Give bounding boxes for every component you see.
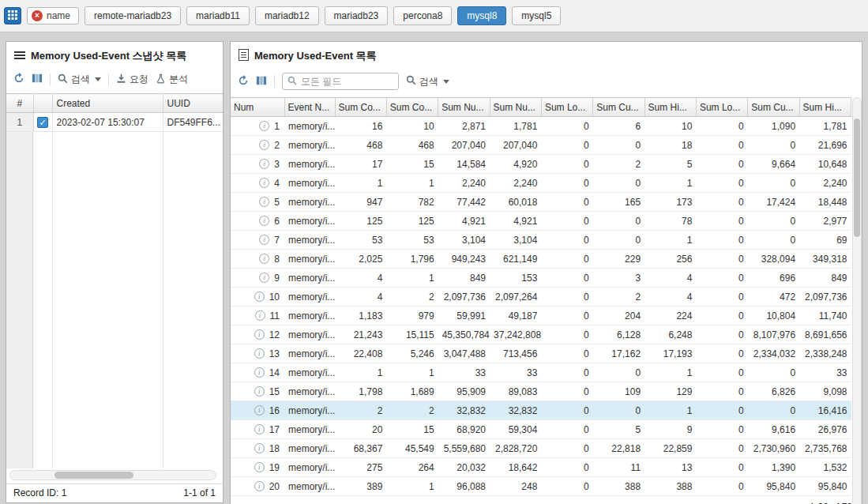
info-icon[interactable]: i xyxy=(254,424,265,434)
metric-value-cell: 17,424 xyxy=(748,193,799,212)
analyze-label: 분석 xyxy=(169,73,188,86)
column-header[interactable]: Sum Nu... xyxy=(438,98,490,117)
event-row[interactable]: i12memory/i...21,24315,11545,350,78437,2… xyxy=(231,325,851,344)
info-icon[interactable]: i xyxy=(259,178,269,188)
event-row[interactable]: i2memory/i...468468207,040207,0400018002… xyxy=(231,136,851,155)
event-row[interactable]: i8memory/i...2,0251,796949,243621,149022… xyxy=(231,250,851,269)
column-header[interactable]: Sum Cu... xyxy=(748,98,799,117)
info-icon[interactable]: i xyxy=(259,159,269,169)
info-icon[interactable]: i xyxy=(259,216,269,226)
event-row[interactable]: i19memory/i...27526420,03218,6420111301,… xyxy=(231,458,851,477)
horizontal-scrollbar[interactable] xyxy=(9,470,216,480)
info-icon[interactable]: i xyxy=(254,443,265,453)
event-row[interactable]: i5memory/i...94778277,44260,018016517301… xyxy=(231,193,851,212)
snapshot-row[interactable]: 1 ✓ 2023-02-07 15:30:07 DF549FF6... xyxy=(6,113,223,132)
vertical-scrollbar[interactable] xyxy=(852,97,862,504)
scrollbar-thumb[interactable] xyxy=(54,472,133,479)
created-column-header[interactable]: Created xyxy=(52,94,163,113)
metric-value-cell: 2,735,768 xyxy=(799,439,851,458)
server-tab-mysql5[interactable]: mysql5 xyxy=(512,6,561,25)
event-name-cell: memory/i... xyxy=(284,458,335,477)
event-name-cell: memory/i... xyxy=(284,344,335,363)
filter-chip-name[interactable]: × name xyxy=(27,7,79,24)
info-icon[interactable]: i xyxy=(259,121,269,131)
metric-value-cell: 0 xyxy=(541,136,592,155)
column-header[interactable]: Num xyxy=(231,98,284,117)
server-tab-mariadb23[interactable]: mariadb23 xyxy=(325,6,389,25)
refresh-button[interactable] xyxy=(13,73,24,86)
event-toolbar: 검색 xyxy=(231,67,862,97)
event-row[interactable]: i9memory/i...418491530340696849 xyxy=(231,269,851,288)
server-tab-remote-mariadb23[interactable]: remote-mariadb23 xyxy=(85,6,181,25)
info-icon[interactable]: i xyxy=(254,481,265,491)
column-header[interactable]: Sum Co... xyxy=(386,98,438,117)
event-row[interactable]: i16memory/i...2232,83232,8320010016,416 xyxy=(231,401,851,420)
analyze-button[interactable]: 분석 xyxy=(156,73,188,86)
server-tab-mariadb12[interactable]: mariadb12 xyxy=(255,6,319,25)
field-filter-input[interactable] xyxy=(301,76,393,87)
checkbox-column-header[interactable] xyxy=(33,94,52,113)
refresh-button[interactable] xyxy=(238,75,249,88)
request-button[interactable]: 요청 xyxy=(116,73,148,86)
info-icon[interactable]: i xyxy=(254,367,265,378)
column-header[interactable]: Sum Hi... xyxy=(644,98,696,117)
search-dropdown-button[interactable]: 검색 xyxy=(58,73,101,86)
metric-value-cell: 0 xyxy=(748,231,799,250)
info-icon[interactable]: i xyxy=(254,462,265,472)
metric-value-cell: 0 xyxy=(696,250,747,269)
event-row[interactable]: i1memory/i...16102,8711,781061001,0901,7… xyxy=(231,117,851,136)
server-tab-mysql8[interactable]: mysql8 xyxy=(457,6,506,25)
index-column-header[interactable]: # xyxy=(6,94,33,113)
columns-button[interactable] xyxy=(256,75,267,88)
event-row[interactable]: i17memory/i...201568,92059,30405909,6162… xyxy=(231,420,851,439)
uuid-column-header[interactable]: UUID xyxy=(163,94,223,113)
metric-value-cell: 2,828,720 xyxy=(490,439,541,458)
metric-value-cell: 0 xyxy=(593,174,644,193)
columns-button[interactable] xyxy=(32,73,43,86)
event-row[interactable]: i6memory/i...1251254,9214,9210078002,977 xyxy=(231,212,851,231)
column-header[interactable]: Event N... xyxy=(284,98,335,117)
event-row[interactable]: i11memory/i...1,18397959,99149,187020422… xyxy=(231,307,851,325)
info-icon[interactable]: i xyxy=(254,386,265,397)
column-header[interactable]: Sum Co... xyxy=(335,98,386,117)
column-header[interactable]: Sum Lo... xyxy=(696,98,747,117)
column-header[interactable]: Sum Hi... xyxy=(799,98,851,117)
event-row[interactable]: i4memory/i...112,2402,240001002,240 xyxy=(231,174,851,193)
metric-value-cell: 0 xyxy=(541,458,592,477)
info-icon[interactable]: i xyxy=(254,405,265,416)
event-row[interactable]: i3memory/i...171514,5844,92002509,66410,… xyxy=(231,155,851,174)
info-icon[interactable]: i xyxy=(259,140,269,150)
search-dropdown-button[interactable]: 검색 xyxy=(406,75,449,88)
event-row[interactable]: i13memory/i...22,4085,2463,047,488713,45… xyxy=(231,344,851,363)
info-icon[interactable]: i xyxy=(259,197,269,207)
column-header[interactable]: Sum Cu... xyxy=(593,98,644,117)
metric-value-cell: 0 xyxy=(748,363,799,382)
event-row[interactable]: i14memory/i...1133330010033 xyxy=(231,363,851,382)
server-tab-percona8[interactable]: percona8 xyxy=(393,6,452,25)
event-row[interactable]: i7memory/i...53533,1043,1040010069 xyxy=(231,231,851,250)
scrollbar-thumb[interactable] xyxy=(854,118,860,237)
column-header[interactable]: Sum Nu... xyxy=(490,98,541,117)
metric-value-cell: 0 xyxy=(696,363,747,382)
info-icon[interactable]: i xyxy=(259,254,269,264)
info-icon[interactable]: i xyxy=(255,310,265,321)
apps-grid-button[interactable] xyxy=(4,7,21,24)
info-icon[interactable]: i xyxy=(254,329,265,340)
info-icon[interactable]: i xyxy=(254,291,265,302)
metric-value-cell: 26,976 xyxy=(799,420,851,439)
info-icon[interactable]: i xyxy=(259,273,269,283)
metric-value-cell: 32,832 xyxy=(490,401,541,420)
row-checkbox[interactable]: ✓ xyxy=(37,117,48,128)
server-tab-mariadb11[interactable]: mariadb11 xyxy=(186,6,250,25)
event-row[interactable]: i18memory/i...68,36745,5495,559,6802,828… xyxy=(231,439,851,458)
info-icon[interactable]: i xyxy=(259,235,269,245)
metric-value-cell: 129 xyxy=(644,382,696,401)
metric-value-cell: 9,098 xyxy=(799,382,851,401)
event-row[interactable]: i15memory/i...1,7981,68995,90989,0830109… xyxy=(231,382,851,401)
event-row[interactable]: i10memory/i...422,097,7362,097,264024047… xyxy=(231,288,851,307)
info-icon[interactable]: i xyxy=(254,348,265,359)
event-row[interactable]: i20memory/i...389196,0882480388388095,84… xyxy=(231,477,851,496)
remove-filter-icon[interactable]: × xyxy=(32,10,43,21)
column-header[interactable]: Sum Lo... xyxy=(541,98,592,117)
snapshot-panel-header: Memory Used-Event 스냅샷 목록 xyxy=(6,42,223,67)
